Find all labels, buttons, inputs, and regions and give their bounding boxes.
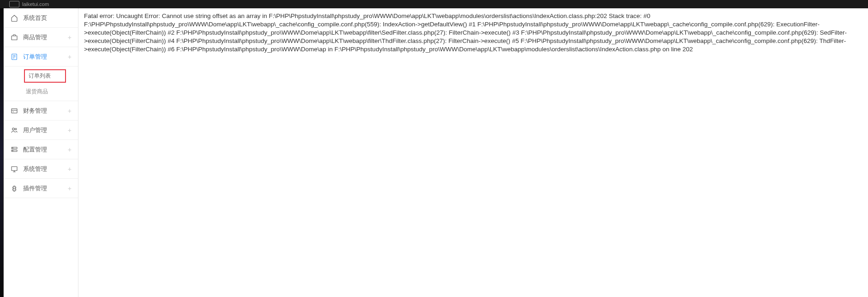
product-icon: [10, 33, 18, 42]
main-container: 系统首页 商品管理 + 订单管理 + 订单列表 退货商品: [0, 8, 868, 297]
system-icon: [10, 165, 18, 173]
nav-label: 订单管理: [23, 53, 68, 61]
nav-item-finance[interactable]: 财务管理 +: [4, 101, 78, 121]
nav-label: 插件管理: [23, 184, 68, 193]
nav-item-user[interactable]: 用户管理 +: [4, 121, 78, 140]
svg-point-13: [12, 150, 13, 151]
brand-name: laiketui.com: [22, 1, 49, 7]
nav-item-config[interactable]: 配置管理 +: [4, 140, 78, 159]
expand-plus-icon: +: [68, 165, 72, 173]
svg-rect-0: [12, 36, 17, 40]
nav-label: 财务管理: [23, 107, 68, 115]
nav-item-home[interactable]: 系统首页: [4, 8, 78, 28]
expand-plus-icon: +: [68, 107, 72, 115]
expand-plus-icon: +: [68, 185, 72, 192]
expand-plus-icon: +: [68, 127, 72, 134]
svg-point-8: [12, 128, 15, 130]
finance-icon: [10, 107, 18, 115]
nav-item-plugin[interactable]: 插件管理 +: [4, 179, 78, 198]
nav-label: 商品管理: [23, 33, 68, 42]
svg-point-9: [15, 128, 17, 129]
nav-label: 用户管理: [23, 126, 68, 134]
sidebar: 系统首页 商品管理 + 订单管理 + 订单列表 退货商品: [4, 8, 78, 297]
config-icon: [10, 145, 18, 154]
expand-plus-icon: +: [68, 53, 72, 61]
svg-point-12: [12, 147, 13, 148]
nav-label: 系统管理: [23, 165, 68, 173]
user-icon: [10, 126, 18, 134]
expand-plus-icon: +: [68, 146, 72, 153]
nav-label: 配置管理: [23, 145, 68, 154]
nav-subitem-order-list[interactable]: 订单列表: [24, 69, 66, 83]
error-message: Fatal error: Uncaught Error: Cannot use …: [84, 12, 862, 54]
nav-label: 系统首页: [23, 14, 72, 22]
plugin-icon: [10, 184, 18, 193]
nav-item-product[interactable]: 商品管理 +: [4, 28, 78, 47]
order-icon: [10, 53, 18, 61]
nav-item-system[interactable]: 系统管理 +: [4, 159, 78, 179]
nav-item-order[interactable]: 订单管理 +: [4, 47, 78, 67]
topbar: laiketui.com: [0, 0, 868, 8]
expand-plus-icon: +: [68, 34, 72, 41]
nav-subitem-return-goods[interactable]: 退货商品: [4, 85, 78, 99]
svg-rect-5: [12, 109, 17, 113]
home-icon: [10, 14, 18, 22]
svg-rect-14: [12, 166, 17, 170]
brand-logo-icon: [9, 1, 19, 7]
content-area: Fatal error: Uncaught Error: Cannot use …: [78, 8, 868, 297]
nav-submenu-order: 订单列表 退货商品: [4, 67, 78, 101]
sidebar-decoration-strip: [0, 8, 4, 297]
